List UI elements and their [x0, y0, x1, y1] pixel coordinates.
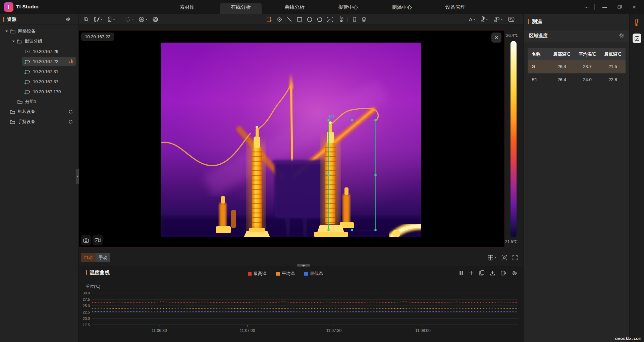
task-list-clipboard-icon[interactable]: [633, 34, 641, 43]
restore-button[interactable]: [614, 0, 625, 14]
resource-settings-gear-icon[interactable]: [65, 17, 70, 22]
polygon-tool-button[interactable]: [317, 16, 323, 22]
tab-alarm-center[interactable]: 报警中心: [321, 0, 375, 14]
select-roi-tool-button-active[interactable]: [266, 16, 272, 22]
col-name: 名称: [528, 48, 549, 60]
expander-icon[interactable]: [5, 31, 8, 32]
tree-node-device-170[interactable]: 10.20.167.170: [0, 87, 78, 97]
more-menu-button[interactable]: ⋯: [581, 0, 592, 14]
accent-bar: [528, 19, 529, 24]
folder-icon: [17, 100, 22, 104]
temperature-scale-button[interactable]: [481, 16, 488, 22]
legend-item-min[interactable]: 最低温: [304, 271, 323, 277]
camera-device-icon: [25, 59, 30, 64]
sound-wave-tool-button[interactable]: [337, 16, 343, 22]
capture-view-button[interactable]: [501, 255, 507, 261]
main-nav: 素材库 在线分析 离线分析 报警中心 测温中心 设备管理: [160, 0, 482, 14]
tab-material-library[interactable]: 素材库: [160, 0, 214, 14]
shutter-calibration-button[interactable]: [152, 16, 158, 22]
tab-offline-analysis[interactable]: 离线分析: [268, 0, 321, 14]
svg-text:25.0: 25.0: [83, 304, 90, 308]
fullscreen-button[interactable]: [512, 255, 518, 261]
chart-settings-gear-icon[interactable]: [512, 270, 517, 276]
camera-device-icon: [25, 49, 30, 54]
tree-node-group1[interactable]: 分组1: [0, 97, 78, 107]
snapshot-button[interactable]: [81, 235, 91, 245]
refresh-icon[interactable]: [68, 109, 73, 114]
toolbar-divider: [347, 17, 348, 22]
thermometry-tab-thermometer-icon[interactable]: [634, 19, 640, 26]
tab-online-analysis[interactable]: 在线分析: [214, 0, 268, 14]
legend-swatch-max: [248, 272, 252, 276]
text-annotation-tool-button[interactable]: AT: [327, 16, 333, 22]
mode-auto-button[interactable]: 自动: [81, 253, 96, 262]
delete-roi-button[interactable]: [352, 16, 357, 22]
rectangle-tool-button[interactable]: [297, 16, 303, 22]
tab-thermometry-center[interactable]: 测温中心: [375, 0, 429, 14]
download-data-button[interactable]: [490, 271, 495, 276]
temperature-unit-button[interactable]: [493, 16, 503, 22]
temperature-chart[interactable]: 30.027.525.022.520.017.511:06:3011:07:00…: [78, 288, 525, 340]
device-ip-label: 10.20.167.22: [81, 33, 114, 41]
record-video-button[interactable]: [93, 235, 103, 245]
camera-device-icon: [25, 69, 30, 74]
expander-icon[interactable]: [12, 41, 15, 42]
minimize-button[interactable]: —: [599, 0, 610, 14]
thermal-image: R1: [161, 43, 421, 237]
mode-manual-button[interactable]: 手动: [96, 253, 110, 262]
tree-node-core-devices[interactable]: 机芯设备: [0, 107, 78, 117]
refresh-icon[interactable]: [68, 119, 73, 124]
resource-sidebar: 资源 网络设备 默认分组 10.20.167.29 10.20.167.22 1…: [0, 14, 78, 342]
delete-all-roi-button[interactable]: [361, 16, 367, 22]
table-row[interactable]: G 26.4 23.7 21.5: [528, 60, 626, 73]
tree-node-default-group[interactable]: 默认分组: [0, 36, 78, 46]
close-stream-button[interactable]: ✕: [491, 33, 501, 43]
camera-icon: [83, 238, 89, 243]
streaming-equalizer-icon: [69, 59, 73, 63]
video-camera-icon: [95, 238, 101, 242]
folder-icon: [10, 120, 15, 124]
palette-mode-button[interactable]: [107, 16, 115, 22]
line-tool-button[interactable]: [286, 16, 292, 22]
temperature-panel-toggle-button[interactable]: [508, 16, 515, 22]
legend-item-max[interactable]: 最高温: [248, 271, 267, 277]
svg-text:11:06:30: 11:06:30: [152, 328, 167, 333]
region-temperature-table: 名称 最高温℃ 平均温℃ 最低温℃ G 26.4 23.7 21.5 R1 26…: [528, 48, 626, 86]
ellipse-tool-button[interactable]: [307, 16, 313, 22]
tab-device-management[interactable]: 设备管理: [429, 0, 482, 14]
table-header-row: 名称 最高温℃ 平均温℃ 最低温℃: [528, 48, 626, 60]
zoom-tool-button[interactable]: [83, 16, 89, 22]
region-settings-gear-icon[interactable]: [619, 33, 624, 38]
annotate-pen-button[interactable]: [94, 16, 103, 22]
tree-node-handheld-devices[interactable]: 手持设备: [0, 117, 78, 127]
export-chart-button[interactable]: [501, 271, 506, 276]
point-tool-button[interactable]: [276, 16, 282, 22]
close-window-button[interactable]: ✕: [629, 0, 640, 14]
temperature-curve-panel: 温度曲线 最高温 平均温 最低温 单位(℃) 30.027.525.022.52…: [78, 267, 523, 342]
copy-data-button[interactable]: [479, 270, 484, 276]
tree-node-device-29[interactable]: 10.20.167.29: [0, 46, 78, 56]
pause-chart-button[interactable]: [459, 271, 463, 275]
colorbar-max-label: 26.4℃: [506, 33, 519, 38]
thermal-video-tile[interactable]: R1 10.20.167.22 ✕: [79, 30, 505, 247]
restore-icon: [618, 5, 622, 9]
focus-tool-button[interactable]: [125, 16, 134, 22]
tree-node-device-22-selected[interactable]: 10.20.167.22: [0, 56, 78, 66]
tree-node-network-devices[interactable]: 网络设备: [0, 26, 78, 36]
accent-bar: [3, 17, 4, 22]
tree-node-device-31[interactable]: 10.20.167.31: [0, 66, 78, 76]
chart-title: 温度曲线: [90, 270, 110, 276]
font-settings-button[interactable]: A: [469, 16, 475, 22]
analysis-toolbar: AT A: [78, 14, 523, 24]
svg-text:27.5: 27.5: [83, 297, 90, 301]
table-row[interactable]: R1 26.4 24.0 22.8: [528, 73, 626, 86]
layout-grid-button[interactable]: [488, 255, 496, 261]
legend-swatch-min: [304, 272, 308, 276]
histogram-tool-button[interactable]: [139, 16, 148, 22]
legend-item-avg[interactable]: 平均温: [276, 271, 295, 277]
region-temperature-section: 区域温度: [524, 30, 630, 42]
thermometry-title: 测温: [532, 18, 542, 25]
collapse-sidebar-handle[interactable]: ◂: [76, 169, 79, 184]
add-curve-button[interactable]: [469, 271, 474, 275]
tree-node-device-37[interactable]: 10.20.167.37: [0, 76, 78, 87]
